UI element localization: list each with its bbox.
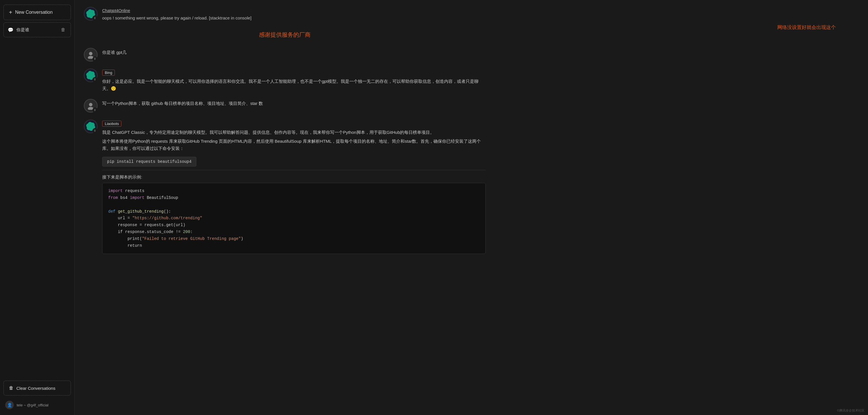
watermark: ©腾讯全企技术社区 [837,408,865,413]
message-row: 🎙 写一个Python脚本，获取 github 每日榜单的项目名称、项目地址、项… [84,99,486,113]
next-label: 接下来是脚本的示例: [102,174,486,181]
avatar: 👤 [5,401,14,409]
svg-point-0 [89,52,92,55]
avatar: 🎙 [84,119,98,133]
message-header: 🎙 Chatgpt4Online oops ! something went w… [84,7,486,22]
conversation-item[interactable]: 💬 你是谁 🗑 [3,22,71,37]
mic-icon: 🎙 [92,77,98,82]
new-conversation-label: New Conversation [15,10,53,15]
annotation-network: 网络没设置好就会出现这个 [777,24,836,31]
avatar: 🎙 [84,7,98,21]
clear-conversations-label: Clear Conversations [17,386,55,391]
message-text: 你是谁 gpt几 [102,49,486,56]
message-text: oops ! something went wrong, please try … [102,14,486,22]
main-chat-area: 网络没设置好就会出现这个 🎙 Chatgpt4Online oops ! som… [74,0,868,415]
message-header: 🎙 你是谁 gpt几 [84,48,486,62]
message-detail: 这个脚本将使用Python的 requests 库来获取GitHub Trend… [102,138,486,152]
message-header: 🎙 写一个Python脚本，获取 github 每日榜单的项目名称、项目地址、项… [84,99,486,113]
user-label: tele ~ @g4f_official [17,403,49,407]
sender-tag-liaobots: Liaobots [102,120,121,127]
message-text: 你好，这是必应。我是一个智能的聊天模式，可以用你选择的语言和你交流。我不是一个人… [102,78,486,92]
message-header: 🎙 Bing 你好，这是必应。我是一个智能的聊天模式，可以用你选择的语言和你交流… [84,69,486,92]
mic-icon: 🎙 [92,57,98,62]
conversation-label: 你是谁 [17,27,57,33]
mic-icon: 🎙 [92,107,98,113]
chat-icon: 💬 [8,27,13,33]
code-block: import requests from bs4 import Beautifu… [102,183,486,254]
sidebar-spacer [3,40,71,378]
user-avatar: 🎙 [84,99,98,113]
message-content: Chatgpt4Online oops ! something went wro… [102,7,486,22]
chat-messages: 🎙 Chatgpt4Online oops ! something went w… [84,7,486,254]
message-row: 🎙 Bing 你好，这是必应。我是一个智能的聊天模式，可以用你选择的语言和你交流… [84,69,486,92]
sender-tag-bing: Bing [102,70,115,76]
user-avatar: 🎙 [84,48,98,62]
trash-icon: 🗑 [9,385,13,391]
new-conversation-button[interactable]: + New Conversation [3,5,71,20]
avatar: 🎙 [84,69,98,82]
message-header: 🎙 Liaobots 我是 ChatGPT Classic，专为特定用途定制的聊… [84,119,486,254]
message-text: 写一个Python脚本，获取 github 每日榜单的项目名称、项目地址、项目简… [102,100,486,107]
sidebar: + New Conversation 💬 你是谁 🗑 🗑 Clear Conve… [0,0,74,415]
sender-link-chatgpt4online[interactable]: Chatgpt4Online [102,8,130,13]
divider [102,170,486,170]
annotation-thanks: 感谢提供服务的厂商 [84,31,486,39]
svg-point-2 [89,103,92,106]
message-row: 🎙 Liaobots 我是 ChatGPT Classic，专为特定用途定制的聊… [84,119,486,254]
message-content: 你是谁 gpt几 [102,48,486,56]
message-content: Bing 你好，这是必应。我是一个智能的聊天模式，可以用你选择的语言和你交流。我… [102,69,486,92]
message-row: 🎙 你是谁 gpt几 [84,48,486,62]
message-content: Liaobots 我是 ChatGPT Classic，专为特定用途定制的聊天模… [102,119,486,254]
message-content: 写一个Python脚本，获取 github 每日榜单的项目名称、项目地址、项目简… [102,99,486,107]
clear-conversations-button[interactable]: 🗑 Clear Conversations [3,381,71,395]
install-command: pip install requests beautifulsoup4 [102,157,196,167]
message-intro: 我是 ChatGPT Classic，专为特定用途定制的聊天模型。我可以帮助解答… [102,129,486,136]
mic-icon: 🎙 [92,128,98,133]
plus-icon: + [9,9,12,15]
delete-conversation-icon[interactable]: 🗑 [60,27,67,33]
mic-icon: 🎙 [92,15,98,21]
message-row: 🎙 Chatgpt4Online oops ! something went w… [84,7,486,22]
sidebar-user: 👤 tele ~ @g4f_official [3,398,71,410]
